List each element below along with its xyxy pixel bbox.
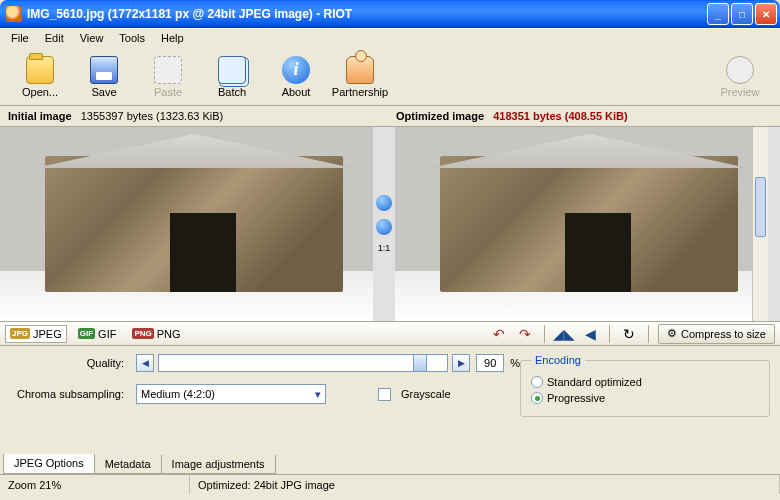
png-badge-icon: PNG: [132, 328, 153, 339]
zoom-out-icon[interactable]: [376, 219, 392, 235]
chroma-subsampling-select[interactable]: Medium (4:2:0)▾: [136, 384, 326, 404]
window-title: IMG_5610.jpg (1772x1181 px @ 24bit JPEG …: [27, 7, 707, 21]
person-icon: [346, 56, 374, 84]
status-optimized: Optimized: 24bit JPG image: [190, 475, 780, 494]
toolbar: Open... Save Paste Batch iAbout Partners…: [0, 48, 780, 106]
format-png-tab[interactable]: PNGPNG: [127, 325, 185, 343]
status-zoom: Zoom 21%: [0, 475, 190, 494]
encoding-legend: Encoding: [531, 354, 585, 366]
info-icon: i: [282, 56, 310, 84]
menu-file[interactable]: File: [3, 29, 37, 48]
menu-view[interactable]: View: [72, 29, 112, 48]
paste-icon: [154, 56, 182, 84]
undo-button[interactable]: ↶: [489, 324, 509, 344]
optimized-image-label: Optimized image: [396, 110, 484, 122]
partnership-button[interactable]: Partnership: [328, 50, 392, 103]
menu-edit[interactable]: Edit: [37, 29, 72, 48]
vertical-scrollbar[interactable]: [752, 127, 768, 321]
zoom-in-icon[interactable]: [376, 195, 392, 211]
image-comparison-area: 1:1: [0, 126, 780, 322]
redo-button[interactable]: ↷: [515, 324, 535, 344]
zoom-ratio-label[interactable]: 1:1: [378, 243, 391, 253]
jpeg-badge-icon: JPG: [10, 328, 30, 339]
menubar: File Edit View Tools Help: [0, 28, 780, 48]
stats-bar: Initial image 1355397 bytes (1323.63 KiB…: [0, 106, 780, 126]
maximize-button[interactable]: □: [731, 3, 753, 25]
minimize-button[interactable]: _: [707, 3, 729, 25]
rotate-button[interactable]: ↻: [619, 324, 639, 344]
format-gif-tab[interactable]: GIFGIF: [73, 325, 122, 343]
paste-button: Paste: [136, 50, 200, 103]
folder-open-icon: [26, 56, 54, 84]
optimized-image-pane[interactable]: [395, 127, 768, 321]
tab-image-adjustments[interactable]: Image adjustments: [161, 455, 276, 474]
flip-vertical-button[interactable]: ◀: [580, 324, 600, 344]
compress-icon: ⚙: [667, 327, 677, 340]
grayscale-label: Grayscale: [401, 388, 451, 400]
open-button[interactable]: Open...: [8, 50, 72, 103]
statusbar: Zoom 21% Optimized: 24bit JPG image: [0, 474, 780, 494]
encoding-progressive-radio[interactable]: Progressive: [531, 392, 759, 404]
quality-percent-label: %: [510, 357, 520, 369]
batch-icon: [218, 56, 246, 84]
quality-slider[interactable]: [158, 354, 448, 372]
preview-button: Preview: [708, 50, 772, 103]
initial-image-pane[interactable]: [0, 127, 373, 321]
app-icon: [6, 6, 22, 22]
tab-metadata[interactable]: Metadata: [94, 455, 162, 474]
flip-horizontal-button[interactable]: ◢◣: [554, 324, 574, 344]
chroma-label: Chroma subsampling:: [10, 388, 130, 400]
encoding-standard-radio[interactable]: Standard optimized: [531, 376, 759, 388]
mid-controls: 1:1: [373, 127, 395, 321]
grayscale-checkbox[interactable]: [378, 388, 391, 401]
format-bar: JPGJPEG GIFGIF PNGPNG ↶ ↷ ◢◣ ◀ ↻ ⚙Compre…: [0, 322, 780, 346]
format-jpeg-tab[interactable]: JPGJPEG: [5, 325, 67, 343]
chevron-down-icon: ▾: [315, 388, 321, 401]
tab-jpeg-options[interactable]: JPEG Options: [3, 454, 95, 474]
close-button[interactable]: ✕: [755, 3, 777, 25]
menu-tools[interactable]: Tools: [111, 29, 153, 48]
menu-help[interactable]: Help: [153, 29, 192, 48]
initial-image-size: 1355397 bytes (1323.63 KiB): [81, 110, 224, 122]
compress-to-size-button[interactable]: ⚙Compress to size: [658, 324, 775, 344]
magnifier-icon: [726, 56, 754, 84]
settings-panel: Quality: ◀ ▶ % Chroma subsampling: Mediu…: [0, 346, 780, 452]
quality-decrease-button[interactable]: ◀: [136, 354, 154, 372]
save-icon: [90, 56, 118, 84]
about-button[interactable]: iAbout: [264, 50, 328, 103]
gif-badge-icon: GIF: [78, 328, 95, 339]
batch-button[interactable]: Batch: [200, 50, 264, 103]
encoding-group: Encoding Standard optimized Progressive: [520, 354, 770, 417]
optimized-image-size: 418351 bytes (408.55 KiB): [493, 110, 628, 122]
titlebar: IMG_5610.jpg (1772x1181 px @ 24bit JPEG …: [0, 0, 780, 28]
initial-image-label: Initial image: [8, 110, 72, 122]
quality-input[interactable]: [476, 354, 504, 372]
quality-increase-button[interactable]: ▶: [452, 354, 470, 372]
save-button[interactable]: Save: [72, 50, 136, 103]
quality-label: Quality:: [10, 357, 130, 369]
bottom-tabs: JPEG Options Metadata Image adjustments: [0, 452, 780, 474]
